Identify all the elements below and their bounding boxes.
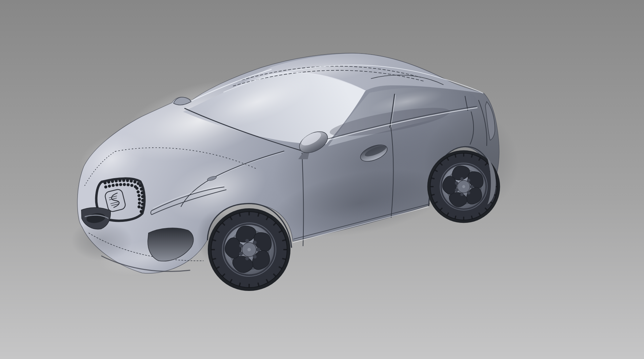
viewport-3d[interactable] bbox=[0, 0, 644, 359]
front-wheel bbox=[208, 208, 290, 291]
render-canvas bbox=[0, 0, 644, 359]
